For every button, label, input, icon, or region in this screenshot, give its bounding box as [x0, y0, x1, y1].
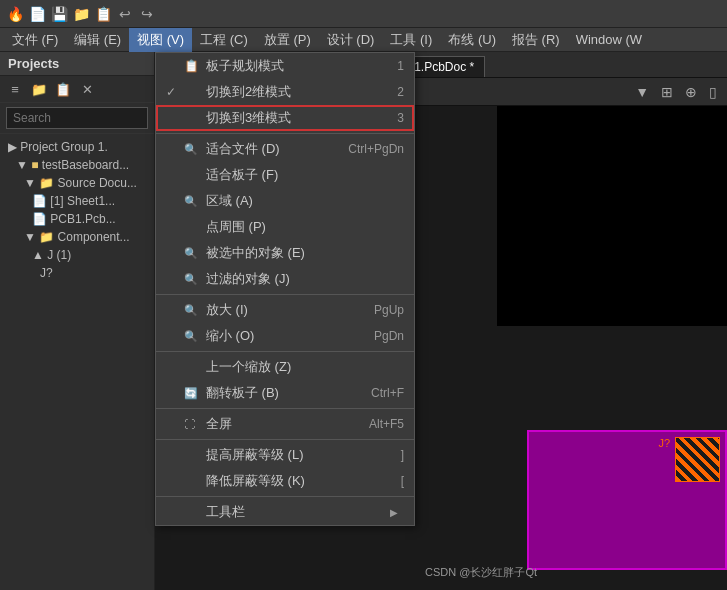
paste-icon[interactable]: 📋: [93, 4, 113, 24]
file-icon-sheet1: 📄: [32, 194, 50, 208]
top-toolbar: 🔥 📄 💾 📁 📋 ↩ ↪: [0, 0, 727, 28]
pcb-black-area: [497, 106, 727, 326]
tree-item-components[interactable]: ▼ 📁 Component...: [0, 228, 154, 246]
icon-board2d: 📋: [184, 59, 206, 73]
menu-item-fit-board[interactable]: 适合板子 (F): [156, 162, 414, 188]
menu-window[interactable]: Window (W: [568, 28, 650, 52]
menu-item-selected[interactable]: 🔍 被选中的对象 (E): [156, 240, 414, 266]
tree-item-pcb1[interactable]: 📄 PCB1.Pcb...: [0, 210, 154, 228]
tree-item-sheet1[interactable]: 📄 [1] Sheet1...: [0, 192, 154, 210]
icon-selected: 🔍: [184, 247, 206, 260]
search-input[interactable]: [6, 107, 148, 129]
menu-edit[interactable]: 编辑 (E): [66, 28, 129, 52]
sidebar-icon1[interactable]: ≡: [4, 79, 26, 99]
tree-label-j1: ▲ J (1): [32, 248, 71, 262]
tree-item-group1[interactable]: ▶ Project Group 1.: [0, 138, 154, 156]
tree-item-j-q[interactable]: J?: [0, 264, 154, 282]
shortcut-zoom-in: PgUp: [374, 303, 404, 317]
menu-item-toolbar[interactable]: 工具栏 ▶: [156, 499, 414, 525]
menu-design[interactable]: 设计 (D): [319, 28, 383, 52]
menu-bar: 文件 (F) 编辑 (E) 视图 (V) 工程 (C) 放置 (P) 设计 (D…: [0, 28, 727, 52]
filter-icon[interactable]: ▼: [631, 82, 653, 102]
watermark-text: CSDN @长沙红胖子Qt: [425, 565, 537, 580]
menu-item-surround[interactable]: 点周围 (P): [156, 214, 414, 240]
menu-place[interactable]: 放置 (P): [256, 28, 319, 52]
menu-item-fullscreen[interactable]: ⛶ 全屏 Alt+F5: [156, 411, 414, 437]
tree-label-sourcedoc: Source Docu...: [58, 176, 137, 190]
sidebar: Projects ≡ 📁 📋 ✕ ▶ Project Group 1. ▼ ■ …: [0, 52, 155, 590]
menu-item-filtered[interactable]: 🔍 过滤的对象 (J): [156, 266, 414, 292]
tree-item-sourcedoc[interactable]: ▼ 📁 Source Docu...: [0, 174, 154, 192]
menu-project[interactable]: 工程 (C): [192, 28, 256, 52]
grid-icon[interactable]: ⊞: [657, 82, 677, 102]
label-board2d: 板子规划模式: [206, 57, 397, 75]
label-zoom-in: 放大 (I): [206, 301, 374, 319]
label-raise-layer: 提高屏蔽等级 (L): [206, 446, 401, 464]
folder-icon-components: 📁: [39, 230, 57, 244]
menu-routing[interactable]: 布线 (U): [440, 28, 504, 52]
menu-item-flip-board[interactable]: 🔄 翻转板子 (B) Ctrl+F: [156, 380, 414, 406]
label-surround: 点周围 (P): [206, 218, 404, 236]
menu-item-lower-layer[interactable]: 降低屏蔽等级 (K) [: [156, 468, 414, 494]
pcb-magenta-area: J?: [527, 430, 727, 570]
sidebar-icon2[interactable]: 📁: [28, 79, 50, 99]
tree-arrow-components: ▼: [24, 230, 39, 244]
label-filtered: 过滤的对象 (J): [206, 270, 404, 288]
menu-item-switch2d[interactable]: ✓ 切换到2维模式 2: [156, 79, 414, 105]
icon-flip-board: 🔄: [184, 387, 206, 400]
shortcut-lower-layer: [: [401, 474, 404, 488]
project-icon: ■: [31, 158, 42, 172]
sidebar-icon4[interactable]: ✕: [76, 79, 98, 99]
tree-label-group1: Project Group 1.: [20, 140, 107, 154]
menu-item-switch3d[interactable]: 切换到3维模式 3: [156, 105, 414, 131]
menu-file[interactable]: 文件 (F): [4, 28, 66, 52]
shortcut-raise-layer: ]: [401, 448, 404, 462]
tree-label-sheet1: [1] Sheet1...: [50, 194, 115, 208]
pcb-component-label: J?: [658, 437, 670, 449]
menu-view[interactable]: 视图 (V): [129, 28, 192, 52]
app-logo-icon: 🔥: [5, 4, 25, 24]
undo-icon[interactable]: ↩: [115, 4, 135, 24]
label-lower-layer: 降低屏蔽等级 (K): [206, 472, 401, 490]
tree-label-pcb1: PCB1.Pcb...: [50, 212, 115, 226]
label-selected: 被选中的对象 (E): [206, 244, 404, 262]
menu-item-fit-doc[interactable]: 🔍 适合文件 (D) Ctrl+PgDn: [156, 136, 414, 162]
tree-item-testbaseboard[interactable]: ▼ ■ testBaseboard...: [0, 156, 154, 174]
label-area: 区域 (A): [206, 192, 404, 210]
view-options-icon[interactable]: ▯: [705, 82, 721, 102]
menu-item-board2d[interactable]: 📋 板子规划模式 1: [156, 53, 414, 79]
label-flip-board: 翻转板子 (B): [206, 384, 371, 402]
arrow-toolbar: ▶: [390, 507, 404, 518]
menu-reports[interactable]: 报告 (R): [504, 28, 568, 52]
menu-item-zoom-out[interactable]: 🔍 缩小 (O) PgDn: [156, 323, 414, 349]
menu-item-raise-layer[interactable]: 提高屏蔽等级 (L) ]: [156, 442, 414, 468]
new-icon[interactable]: 📄: [27, 4, 47, 24]
project-tree: ▶ Project Group 1. ▼ ■ testBaseboard... …: [0, 134, 154, 590]
menu-item-area[interactable]: 🔍 区域 (A): [156, 188, 414, 214]
sep5: [156, 439, 414, 440]
file-icon-pcb1: 📄: [32, 212, 50, 226]
tree-arrow-group1: ▶: [8, 140, 20, 154]
redo-icon[interactable]: ↪: [137, 4, 157, 24]
open-icon[interactable]: 📁: [71, 4, 91, 24]
sep1: [156, 133, 414, 134]
tree-arrow-testbaseboard: ▼: [16, 158, 31, 172]
folder-icon-sourcedoc: 📁: [39, 176, 57, 190]
sidebar-icon3[interactable]: 📋: [52, 79, 74, 99]
sidebar-icons: ≡ 📁 📋 ✕: [0, 76, 154, 103]
sep3: [156, 351, 414, 352]
icon-filtered: 🔍: [184, 273, 206, 286]
add-icon[interactable]: ⊕: [681, 82, 701, 102]
shortcut-fullscreen: Alt+F5: [369, 417, 404, 431]
menu-item-prev-zoom[interactable]: 上一个缩放 (Z): [156, 354, 414, 380]
menu-item-zoom-in[interactable]: 🔍 放大 (I) PgUp: [156, 297, 414, 323]
search-bar: [0, 103, 154, 134]
dropdown-menu: 📋 板子规划模式 1 ✓ 切换到2维模式 2 切换到3维模式 3 🔍 适合文件 …: [155, 52, 415, 526]
label-fit-doc: 适合文件 (D): [206, 140, 348, 158]
shortcut-switch3d: 3: [397, 111, 404, 125]
save-icon[interactable]: 💾: [49, 4, 69, 24]
menu-tools[interactable]: 工具 (I): [382, 28, 440, 52]
label-switch2d: 切换到2维模式: [206, 83, 397, 101]
sep6: [156, 496, 414, 497]
tree-item-j1[interactable]: ▲ J (1): [0, 246, 154, 264]
